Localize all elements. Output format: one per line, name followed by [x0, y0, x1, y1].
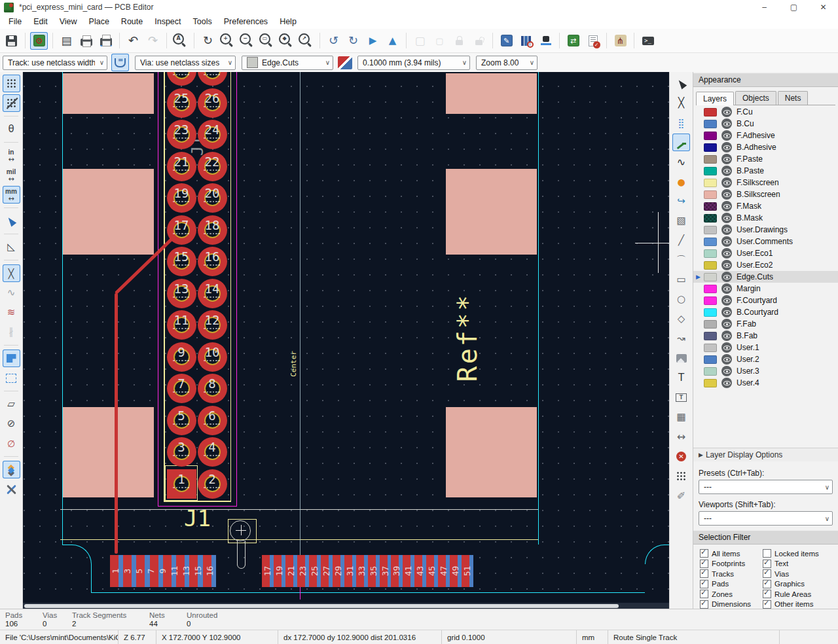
layer-color-swatch[interactable]: [704, 261, 717, 270]
maximize-button[interactable]: ▢: [779, 0, 809, 14]
checkbox-icon[interactable]: [700, 569, 708, 578]
checkbox-icon[interactable]: [763, 580, 771, 588]
flip-board-button[interactable]: ▶: [364, 32, 382, 50]
draw-rectangle-tool[interactable]: ▭: [672, 271, 690, 289]
filter-tracks[interactable]: Tracks: [700, 569, 763, 579]
draw-circle-tool[interactable]: ○: [672, 291, 690, 308]
grid-select[interactable]: 0.1000 mm (3.94 mils): [357, 56, 470, 70]
checkbox-icon[interactable]: [763, 600, 771, 609]
layer-row-f.cu[interactable]: F.Cu: [693, 106, 838, 118]
copper-zone[interactable]: [446, 73, 537, 114]
filter-footprints[interactable]: Footprints: [700, 559, 763, 569]
layer-color-swatch[interactable]: [704, 367, 717, 376]
tune-length-tool[interactable]: ∿: [672, 153, 690, 171]
sketch-footprints-toggle[interactable]: ▱: [3, 395, 20, 413]
through-hole-pad-18[interactable]: 18: [198, 215, 227, 245]
filter-zones[interactable]: Zones: [700, 589, 763, 599]
draw-arc-tool[interactable]: ⌒: [672, 251, 690, 269]
pcb-canvas[interactable]: Center Ref** J1 J1 272825262324212219201…: [23, 72, 669, 609]
tab-layers[interactable]: Layers: [696, 92, 734, 105]
lock-button[interactable]: [450, 32, 468, 50]
edge-finger-3[interactable]: 3: [122, 555, 134, 587]
layer-row-b.adhesive[interactable]: B.Adhesive: [693, 141, 838, 153]
layer-color-swatch[interactable]: [704, 249, 717, 258]
layer-color-swatch[interactable]: [704, 179, 717, 187]
menu-edit[interactable]: Edit: [27, 15, 54, 28]
visibility-eye-icon[interactable]: [721, 307, 732, 317]
3d-viewer-button[interactable]: [537, 32, 555, 50]
properties-panel-toggle[interactable]: [3, 480, 20, 498]
search-button[interactable]: A: [172, 32, 189, 50]
layer-color-swatch[interactable]: [704, 226, 717, 234]
checkbox-icon[interactable]: [763, 590, 771, 598]
layer-pair-swap-button[interactable]: [336, 54, 354, 71]
copper-zone[interactable]: [446, 407, 537, 497]
horizontal-scrollbar[interactable]: [23, 603, 669, 609]
through-hole-pad-27[interactable]: 27: [167, 72, 196, 86]
zoom-fit-objects-button[interactable]: ◆: [278, 32, 295, 50]
visibility-eye-icon[interactable]: [721, 201, 732, 211]
zoom-fit-page-button[interactable]: ▭: [258, 32, 276, 50]
presets-select[interactable]: ---: [699, 480, 833, 494]
layer-row-b.cu[interactable]: B.Cu: [693, 118, 838, 130]
edge-finger-5[interactable]: 5: [134, 555, 145, 587]
polar-coordinates-toggle[interactable]: θ: [3, 120, 20, 138]
layer-row-f.silkscreen[interactable]: F.Silkscreen: [693, 177, 838, 188]
net-highlight-toggle[interactable]: ≋: [3, 304, 20, 321]
auto-track-width-toggle[interactable]: [111, 54, 129, 71]
measure-tool[interactable]: ✐: [672, 487, 690, 505]
layer-row-margin[interactable]: Margin: [693, 283, 838, 295]
drc-button[interactable]: [584, 32, 602, 50]
visibility-eye-icon[interactable]: [721, 154, 732, 164]
ungroup-button[interactable]: ▢: [431, 32, 448, 50]
draw-curve-tool[interactable]: ↝: [672, 330, 690, 348]
visibility-eye-icon[interactable]: [721, 177, 732, 188]
route-tracks-tool[interactable]: [672, 134, 690, 151]
checkbox-icon[interactable]: [700, 590, 708, 598]
menu-help[interactable]: Help: [274, 15, 302, 28]
visibility-eye-icon[interactable]: [721, 142, 732, 152]
layer-color-swatch[interactable]: [704, 238, 717, 246]
edge-finger-block-right[interactable]: 171921232527293133353739414345474951: [262, 555, 473, 587]
copper-zone[interactable]: [62, 73, 154, 114]
layer-row-edge.cuts[interactable]: ▶Edge.Cuts: [693, 271, 838, 283]
edge-finger-25[interactable]: 25: [309, 555, 321, 587]
rotate-cw-button[interactable]: ↻: [344, 32, 362, 50]
zoom-in-button[interactable]: +: [219, 32, 236, 50]
layer-color-swatch[interactable]: [704, 132, 717, 140]
dimension-tool[interactable]: ↔: [672, 428, 690, 446]
layer-color-swatch[interactable]: [704, 143, 717, 152]
ratsnest-visibility-toggle[interactable]: ╳: [3, 264, 20, 282]
visibility-eye-icon[interactable]: [721, 260, 732, 270]
visibility-eye-icon[interactable]: [721, 272, 732, 282]
units-mils-toggle[interactable]: mil: [3, 166, 20, 184]
visibility-eye-icon[interactable]: [721, 118, 732, 129]
menu-inspect[interactable]: Inspect: [149, 15, 187, 28]
layer-row-user.2[interactable]: User.2: [693, 353, 838, 365]
edge-finger-1[interactable]: 1: [110, 555, 122, 587]
edge-finger-29[interactable]: 29: [333, 555, 344, 587]
dim-inactive-layers-toggle[interactable]: ∦: [3, 323, 20, 341]
layer-row-b.silkscreen[interactable]: B.Silkscreen: [693, 188, 838, 200]
layer-row-user.4[interactable]: User.4: [693, 377, 838, 389]
visibility-eye-icon[interactable]: [721, 189, 732, 200]
through-hole-pad-2[interactable]: 2: [198, 469, 227, 499]
sketch-tracks-toggle[interactable]: ∅: [3, 435, 20, 452]
through-hole-pad-16[interactable]: 16: [198, 247, 227, 276]
center-label[interactable]: Center: [289, 351, 298, 377]
through-hole-pad-21[interactable]: 21: [167, 152, 196, 181]
copper-zone[interactable]: [62, 407, 154, 497]
through-hole-pad-7[interactable]: 7: [167, 374, 196, 403]
layer-row-user.drawings[interactable]: User.Drawings: [693, 224, 838, 236]
edge-finger-35[interactable]: 35: [367, 555, 379, 587]
delete-tool[interactable]: ✕: [672, 448, 690, 465]
refresh-button[interactable]: ↻: [199, 32, 217, 50]
edge-finger-9[interactable]: 9: [157, 555, 169, 587]
sketch-pads-toggle[interactable]: ⊘: [3, 415, 20, 433]
menu-route[interactable]: Route: [115, 15, 149, 28]
mirror-button[interactable]: ▲: [384, 32, 401, 50]
units-inches-toggle[interactable]: in: [3, 147, 20, 164]
through-hole-pad-11[interactable]: 11: [167, 310, 196, 340]
visibility-eye-icon[interactable]: [721, 130, 732, 141]
j1-reference-text[interactable]: J1: [184, 505, 211, 531]
